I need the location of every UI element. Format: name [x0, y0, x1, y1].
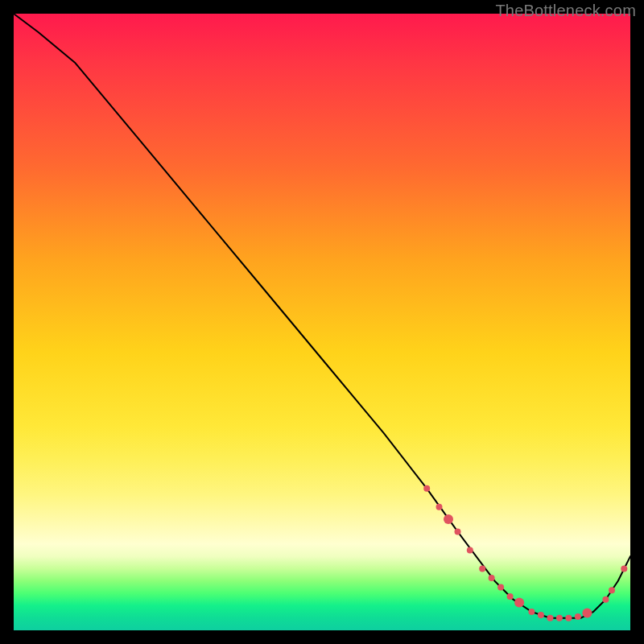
curve-marker	[565, 615, 572, 621]
curve-marker	[479, 565, 485, 572]
curve-marker	[538, 612, 544, 618]
chart-frame: TheBottleneck.com	[0, 0, 644, 644]
curve-layer	[14, 14, 630, 630]
curve-markers	[423, 485, 627, 621]
curve-marker	[489, 575, 495, 581]
curve-marker	[467, 547, 473, 553]
curve-marker	[444, 514, 453, 524]
curve-marker	[507, 593, 514, 600]
curve-marker	[497, 584, 504, 590]
watermark-text: TheBottleneck.com	[495, 2, 636, 20]
curve-marker	[602, 597, 609, 603]
bottleneck-curve	[14, 14, 630, 618]
curve-marker	[455, 528, 461, 535]
curve-marker	[528, 609, 535, 615]
curve-marker	[575, 613, 581, 620]
curve-marker	[621, 565, 627, 572]
curve-marker	[547, 615, 553, 621]
curve-marker	[556, 615, 563, 621]
curve-marker	[582, 609, 592, 618]
curve-marker	[423, 485, 430, 492]
curve-marker	[436, 504, 443, 510]
curve-marker	[514, 598, 524, 608]
plot-area	[14, 14, 630, 630]
curve-marker	[609, 587, 615, 593]
